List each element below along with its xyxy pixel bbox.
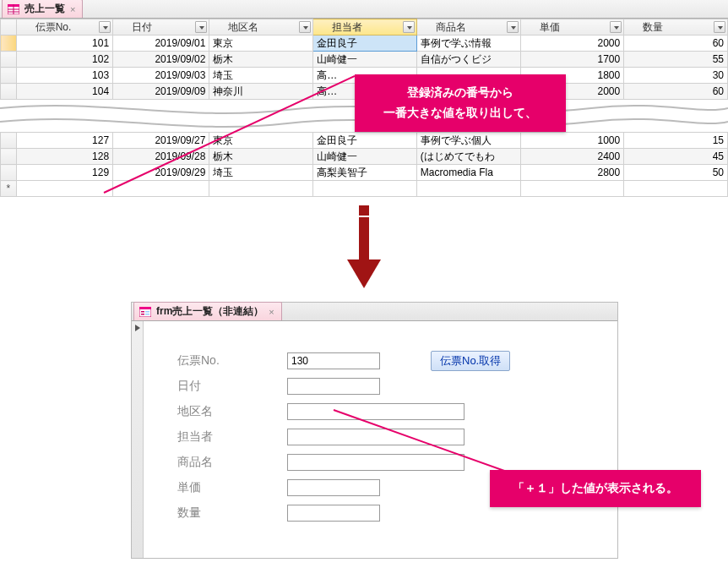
label-no: 伝票No. <box>177 353 287 369</box>
cell[interactable] <box>624 181 728 197</box>
close-icon[interactable]: × <box>70 4 75 14</box>
cell[interactable]: 栃木 <box>209 149 313 165</box>
cell[interactable]: 45 <box>624 149 728 165</box>
col-prod[interactable]: 商品名 <box>416 19 520 36</box>
cell[interactable] <box>520 181 624 197</box>
new-row-selector[interactable] <box>1 181 17 197</box>
cell[interactable]: 自信がつくビジ <box>416 52 520 68</box>
svg-rect-10 <box>139 307 151 309</box>
svg-rect-13 <box>145 311 149 313</box>
sales-table-bottom: 127 2019/09/27 東京 金田良子 事例で学ぶ個人 1000 15 1… <box>0 132 728 197</box>
label-prod: 商品名 <box>177 455 287 470</box>
input-qty[interactable] <box>287 505 380 522</box>
tab-form-label: frm売上一覧（非連結） <box>156 304 263 319</box>
cell[interactable]: 60 <box>624 36 728 52</box>
cell[interactable]: 事例で学ぶ情報 <box>416 36 520 52</box>
form-window: frm売上一覧（非連結） × 伝票No. 伝票No.取得 日付 地区名 担当者 <box>131 302 618 559</box>
label-area: 地区名 <box>177 404 287 419</box>
tab-datasheet[interactable]: 売上一覧 × <box>2 0 83 18</box>
cell[interactable] <box>313 181 417 197</box>
row-selector[interactable] <box>1 165 17 181</box>
input-date[interactable] <box>287 378 380 395</box>
col-date[interactable]: 日付 <box>113 19 209 36</box>
chevron-down-icon[interactable] <box>99 21 111 33</box>
svg-rect-7 <box>359 217 369 259</box>
input-price[interactable] <box>287 479 380 496</box>
col-price[interactable]: 単価 <box>520 19 624 36</box>
cell[interactable]: 50 <box>624 165 728 181</box>
cell[interactable]: 129 <box>16 165 112 181</box>
chevron-down-icon[interactable] <box>299 21 311 33</box>
form-icon <box>139 307 151 317</box>
svg-rect-14 <box>145 314 149 315</box>
cell[interactable]: 2019/09/02 <box>113 52 209 68</box>
input-area[interactable] <box>287 403 465 420</box>
row-selector[interactable] <box>1 149 17 165</box>
close-icon[interactable]: × <box>269 307 274 317</box>
cell[interactable]: 2800 <box>520 165 624 181</box>
label-price: 単価 <box>177 480 287 495</box>
col-qty[interactable]: 数量 <box>624 19 728 36</box>
cell[interactable]: 2019/09/03 <box>113 68 209 84</box>
select-all[interactable] <box>1 19 17 36</box>
cell[interactable]: 102 <box>16 52 112 68</box>
cell[interactable]: 30 <box>624 68 728 84</box>
cell[interactable]: 55 <box>624 52 728 68</box>
row-selector[interactable] <box>1 36 17 52</box>
form-tab-strip: frm売上一覧（非連結） × <box>132 303 617 321</box>
label-qty: 数量 <box>177 505 287 521</box>
get-slip-no-button[interactable]: 伝票No.取得 <box>431 351 510 371</box>
cell[interactable]: 103 <box>16 68 112 84</box>
col-area[interactable]: 地区名 <box>209 19 313 36</box>
svg-marker-8 <box>347 259 381 288</box>
cell[interactable] <box>113 181 209 197</box>
tab-datasheet-label: 売上一覧 <box>24 2 65 16</box>
row-selector[interactable] <box>1 52 17 68</box>
svg-rect-12 <box>141 314 144 315</box>
cell[interactable] <box>16 181 112 197</box>
cell[interactable]: 高梨美智子 <box>313 165 417 181</box>
table-icon <box>8 4 19 14</box>
cell[interactable]: 2019/09/01 <box>113 36 209 52</box>
chevron-down-icon[interactable] <box>714 21 725 33</box>
input-prod[interactable] <box>287 454 465 471</box>
label-date: 日付 <box>177 379 287 394</box>
cell[interactable]: (はじめてでもわ <box>416 149 520 165</box>
chevron-down-icon[interactable] <box>610 21 622 33</box>
cell[interactable] <box>209 181 313 197</box>
input-rep[interactable] <box>287 429 465 445</box>
cell[interactable]: 埼玉 <box>209 165 313 181</box>
cell[interactable]: 2000 <box>520 36 624 52</box>
input-no[interactable] <box>287 352 380 369</box>
cell[interactable]: 2019/09/28 <box>113 149 209 165</box>
datasheet-tab-strip: 売上一覧 × <box>0 0 728 19</box>
svg-rect-6 <box>359 205 369 216</box>
cell[interactable]: 栃木 <box>209 52 313 68</box>
cell[interactable]: 1700 <box>520 52 624 68</box>
chevron-down-icon[interactable] <box>507 21 519 33</box>
chevron-down-icon[interactable] <box>195 21 207 33</box>
callout-plus-one: 「＋１」した値が表示される。 <box>490 470 701 507</box>
callout-max-value: 登録済みの番号から 一番大きな値を取り出して、 <box>355 74 566 132</box>
arrow-down-icon <box>343 205 385 290</box>
cell[interactable]: 101 <box>16 36 112 52</box>
label-rep: 担当者 <box>177 429 287 445</box>
cell[interactable]: 128 <box>16 149 112 165</box>
cell[interactable]: 山崎健一 <box>313 52 417 68</box>
chevron-down-icon[interactable] <box>403 21 415 33</box>
cell[interactable]: Macromedia Fla <box>416 165 520 181</box>
svg-rect-11 <box>141 311 144 313</box>
cell[interactable]: 東京 <box>209 36 313 52</box>
tab-form[interactable]: frm売上一覧（非連結） × <box>133 302 282 320</box>
cell[interactable]: 2019/09/29 <box>113 165 209 181</box>
cell-selected[interactable]: 金田良子 <box>313 36 417 52</box>
form-detail: 伝票No. 伝票No.取得 日付 地区名 担当者 商品名 単価 <box>144 321 617 558</box>
cell[interactable]: 2400 <box>520 149 624 165</box>
cell[interactable] <box>416 181 520 197</box>
cell[interactable]: 山崎健一 <box>313 149 417 165</box>
col-rep[interactable]: 担当者 <box>313 19 417 36</box>
cell[interactable]: 埼玉 <box>209 68 313 84</box>
row-selector[interactable] <box>1 68 17 84</box>
record-selector[interactable] <box>132 321 144 558</box>
col-no[interactable]: 伝票No. <box>16 19 112 36</box>
